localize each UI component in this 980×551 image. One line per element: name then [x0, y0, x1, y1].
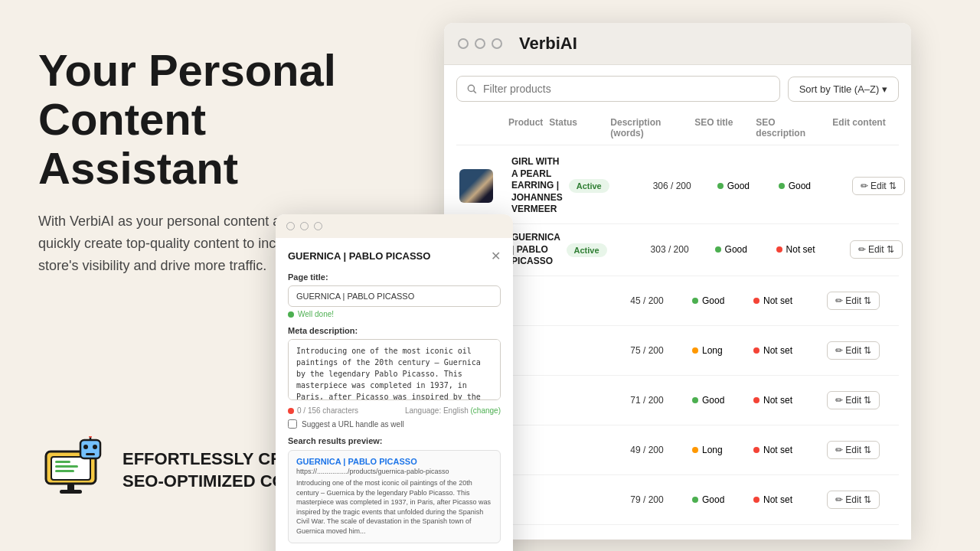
svg-point-12: [89, 436, 92, 438]
edit-cell: ✏ Edit ⇅: [850, 240, 911, 259]
dot-good-icon: [692, 298, 698, 304]
col-edit: Edit content: [829, 116, 898, 140]
seo-title-cell: Good: [714, 181, 776, 191]
dot-good-icon: [692, 397, 698, 403]
seo-desc-cell: Not set: [750, 345, 827, 356]
edit-button[interactable]: ✏ Edit ⇅: [827, 292, 880, 310]
seo-title-cell: Long: [689, 345, 750, 356]
svg-rect-10: [86, 453, 95, 455]
col-status: Status: [546, 116, 607, 140]
desc-words: 79 / 200: [605, 494, 689, 505]
modal-overlay: GUERNICA | PABLO PICASSO ✕ Page title: W…: [276, 214, 513, 551]
search-input[interactable]: [483, 83, 770, 95]
char-count: 0 / 156 characters: [288, 406, 358, 415]
table-row: 71 / 200 Good Not set ✏ Edit ⇅: [456, 376, 899, 425]
dot-red: [458, 38, 469, 49]
dot-red-icon: [288, 408, 294, 414]
edit-cell: ✏ Edit ⇅: [827, 341, 896, 360]
modal-window: GUERNICA | PABLO PICASSO ✕ Page title: W…: [276, 214, 513, 551]
desc-words: 303 / 200: [628, 244, 712, 255]
status-badge: Active: [567, 243, 607, 257]
svg-rect-7: [80, 440, 100, 458]
seo-title-cell: Good: [689, 494, 750, 505]
edit-cell: ✏ Edit ⇅: [827, 391, 896, 409]
right-panel: VerbiAI Sort by Title (A–Z) ▾: [444, 0, 980, 551]
sort-button[interactable]: Sort by Title (A–Z) ▾: [788, 77, 899, 102]
modal-close-button[interactable]: ✕: [491, 249, 501, 263]
seo-desc-cell: Not set: [750, 395, 827, 406]
dot-good-icon: [692, 497, 698, 503]
page-title-label: Page title:: [288, 272, 501, 282]
edit-button[interactable]: ✏ Edit ⇅: [850, 240, 903, 259]
seo-desc-cell: Not set: [750, 494, 827, 505]
edit-button[interactable]: ✏ Edit ⇅: [827, 341, 880, 360]
table-area: Sort by Title (A–Z) ▾ Product Status Des…: [444, 65, 911, 540]
dot-good-icon: [715, 246, 721, 253]
dot-notset-icon: [753, 397, 760, 403]
preview-url: https://................/products/guerni…: [296, 468, 492, 475]
browser-header: VerbiAI: [444, 23, 911, 65]
dot-good-icon: [779, 183, 785, 189]
product-name: GIRL WITH A PEARL EARRING | JOHANNES VER…: [505, 156, 569, 216]
desc-words: 49 / 200: [605, 445, 689, 455]
col-thumb: [459, 116, 505, 140]
modal-title-row: GUERNICA | PABLO PICASSO ✕: [288, 249, 501, 263]
table-row: 79 / 200 Good Not set ✏ Edit ⇅: [456, 475, 899, 525]
status-cell: Active: [569, 178, 630, 193]
svg-point-9: [93, 445, 97, 449]
preview-title: GUERNICA | PABLO PICASSO: [296, 457, 492, 466]
edit-button[interactable]: ✏ Edit ⇅: [827, 491, 880, 509]
table-row: 49 / 200 Long Not set ✏ Edit ⇅: [456, 425, 899, 475]
dot-green-icon: [288, 311, 294, 318]
modal-product-title: GUERNICA | PABLO PICASSO: [288, 250, 430, 262]
language-info: Language: English (change): [405, 406, 501, 415]
product-name: GUERNICA | PABLO PICASSO: [505, 232, 567, 268]
desc-words: 306 / 200: [630, 181, 714, 191]
char-count-text: 0 / 156 characters: [297, 406, 358, 415]
svg-rect-1: [51, 457, 90, 480]
change-language-link[interactable]: (change): [471, 406, 501, 415]
edit-button[interactable]: ✏ Edit ⇅: [852, 177, 905, 195]
meta-desc-textarea[interactable]: Introducing one of the most iconic oil p…: [288, 339, 501, 400]
browser-dots: [458, 38, 502, 49]
svg-line-14: [474, 91, 476, 93]
edit-button[interactable]: ✏ Edit ⇅: [827, 391, 880, 409]
seo-title-cell: Good: [712, 244, 773, 255]
table-row: 45 / 200 Good Not set ✏ Edit ⇅: [456, 276, 899, 326]
edit-cell: ✏ Edit ⇅: [827, 292, 896, 310]
svg-rect-3: [55, 465, 78, 468]
language-label: Language: English: [405, 406, 469, 415]
dot-notset-icon: [753, 347, 760, 354]
edit-cell: ✏ Edit ⇅: [827, 441, 896, 459]
svg-rect-6: [60, 490, 82, 494]
svg-point-8: [83, 445, 88, 449]
meta-desc-label: Meta description:: [288, 326, 501, 335]
dot-notset-icon: [753, 497, 760, 503]
edit-button[interactable]: ✏ Edit ⇅: [827, 441, 880, 459]
dot-notset-icon: [776, 246, 782, 253]
col-seo-desc: SEO description: [753, 116, 829, 140]
table-header: Product Status Description (words) SEO t…: [456, 111, 899, 145]
url-handle-checkbox[interactable]: [288, 419, 297, 429]
dot-notset-icon: [753, 447, 760, 453]
search-icon: [466, 83, 477, 94]
browser-body: Sort by Title (A–Z) ▾ Product Status Des…: [444, 65, 911, 540]
dot-long-icon: [692, 347, 698, 354]
seo-title-cell: Good: [689, 395, 750, 406]
well-done-badge: Well done!: [288, 310, 501, 318]
char-count-row: 0 / 156 characters Language: English (ch…: [288, 406, 501, 415]
edit-cell: ✏ Edit ⇅: [852, 177, 911, 195]
browser-window: VerbiAI Sort by Title (A–Z) ▾: [444, 23, 911, 540]
seo-title-cell: Long: [689, 445, 750, 455]
page-title-input[interactable]: [288, 285, 501, 307]
svg-rect-2: [55, 461, 70, 463]
modal-dot-1: [286, 222, 295, 230]
search-input-wrap[interactable]: [456, 76, 780, 102]
table-row: 75 / 200 Long Not set ✏ Edit ⇅: [456, 326, 899, 376]
dot-long-icon: [692, 447, 698, 453]
col-seo-title: SEO title: [691, 116, 753, 140]
dot-green: [492, 38, 502, 49]
seo-desc-cell: Not set: [750, 445, 827, 455]
preview-desc: Introducing one of the most iconic oil p…: [296, 478, 492, 536]
seo-desc-cell: Not set: [773, 244, 850, 255]
